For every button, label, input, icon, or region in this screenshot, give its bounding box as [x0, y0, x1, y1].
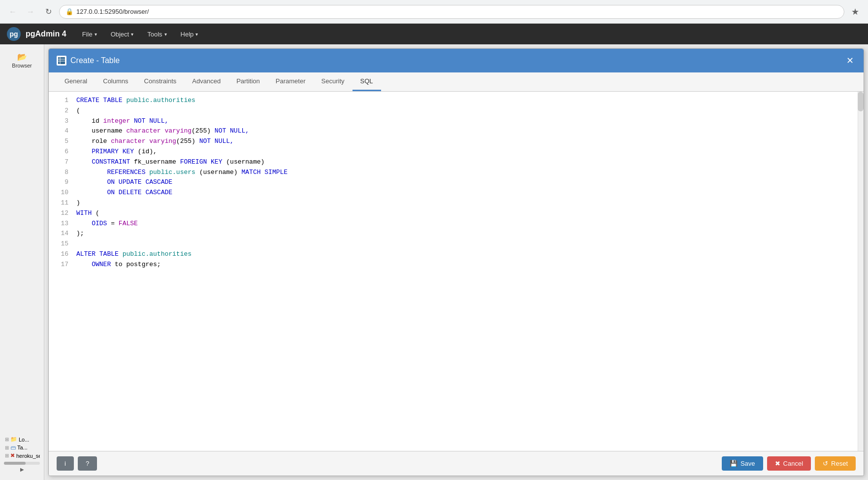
line-numbers: 1234567891011121314151617 [49, 96, 72, 270]
line-number: 4 [53, 126, 68, 137]
scrollbar-thumb [858, 92, 864, 111]
line-number: 1 [53, 96, 68, 106]
object-menu-arrow: ▾ [131, 32, 133, 37]
menu-object[interactable]: Object ▾ [105, 28, 140, 41]
reload-button[interactable]: ↻ [41, 5, 55, 19]
code-line: ON UPDATE CASCADE [76, 177, 860, 188]
dialog-title-text: Create - Table [70, 56, 120, 65]
file-menu-arrow: ▾ [95, 32, 97, 37]
code-line: ALTER TABLE public.authorities [76, 249, 860, 260]
code-line [76, 239, 860, 249]
sql-editor[interactable]: 1234567891011121314151617 CREATE TABLE p… [49, 92, 864, 451]
bookmark-star[interactable]: ★ [848, 5, 862, 19]
help-button[interactable]: ? [78, 456, 97, 471]
code-line: OIDS = FALSE [76, 219, 860, 229]
tree-item-ta[interactable]: ⊞ 🗃 Ta... [4, 444, 40, 451]
sidebar: 📂 Browser ⊞ 📁 Lo... ⊞ 🗃 Ta... ⊞ ✖ [0, 44, 44, 480]
help-menu-arrow: ▾ [195, 32, 198, 37]
line-number: 7 [53, 157, 68, 168]
expand-icon-ta: ⊞ [5, 445, 9, 450]
menu-file[interactable]: File ▾ [76, 28, 103, 41]
cancel-button[interactable]: ✖ Cancel [767, 456, 811, 471]
browser-label: Browser [12, 63, 32, 69]
question-icon: ? [86, 460, 89, 467]
tab-parameter[interactable]: Parameter [268, 72, 314, 91]
address-bar[interactable]: 🔒 127.0.0.1:52950/browser/ [59, 5, 844, 19]
footer-left-buttons: i ? [57, 456, 97, 471]
tree-item-heroku[interactable]: ⊞ ✖ heroku_server [4, 451, 40, 460]
reset-label: Reset [831, 460, 848, 467]
line-number: 12 [53, 208, 68, 219]
line-number: 17 [53, 260, 68, 270]
tools-menu-arrow: ▾ [164, 32, 167, 37]
code-line: OWNER to postgres; [76, 260, 860, 270]
tab-general[interactable]: General [57, 72, 95, 91]
tab-bar: General Columns Constraints Advanced Par… [49, 72, 864, 92]
code-line: CREATE TABLE public.authorities [76, 96, 860, 106]
line-number: 8 [53, 168, 68, 178]
menu-tools[interactable]: Tools ▾ [141, 28, 172, 41]
forward-button[interactable]: → [24, 5, 37, 19]
lo-label: Lo... [19, 437, 29, 443]
browser-sidebar-item[interactable]: 📂 Browser [0, 48, 44, 72]
heroku-icon: ✖ [10, 452, 15, 459]
heroku-label: heroku_server [16, 453, 40, 459]
line-number: 16 [53, 249, 68, 260]
content-area: Create - Table ✕ General Columns Constra… [44, 44, 868, 480]
save-icon: 💾 [730, 460, 738, 467]
line-number: 5 [53, 137, 68, 147]
code-area: 1234567891011121314151617 CREATE TABLE p… [49, 96, 864, 270]
tab-sql[interactable]: SQL [353, 72, 381, 91]
line-number: 13 [53, 219, 68, 229]
lo-folder-icon: 📁 [10, 436, 17, 443]
code-line: username character varying(255) NOT NULL… [76, 126, 860, 137]
main-layout: 📂 Browser ⊞ 📁 Lo... ⊞ 🗃 Ta... ⊞ ✖ [0, 44, 868, 480]
tab-advanced[interactable]: Advanced [184, 72, 228, 91]
dialog-footer: i ? 💾 Save ✖ Cancel ↺ [49, 451, 864, 476]
tab-security[interactable]: Security [314, 72, 353, 91]
tab-columns[interactable]: Columns [95, 72, 136, 91]
code-lines: CREATE TABLE public.authorities( id inte… [72, 96, 864, 270]
table-icon [57, 56, 66, 66]
tree-scrollbar[interactable] [4, 462, 40, 465]
cancel-label: Cancel [783, 460, 803, 467]
line-number: 6 [53, 147, 68, 157]
code-line: WITH ( [76, 208, 860, 219]
line-number: 10 [53, 188, 68, 198]
info-button[interactable]: i [57, 456, 74, 471]
menu-help[interactable]: Help ▾ [175, 28, 204, 41]
browser-chrome: ← → ↻ 🔒 127.0.0.1:52950/browser/ ★ [0, 0, 868, 24]
line-number: 11 [53, 198, 68, 208]
code-line: ) [76, 198, 860, 208]
code-line: REFERENCES public.users (username) MATCH… [76, 168, 860, 178]
tab-constraints[interactable]: Constraints [136, 72, 185, 91]
dialog-close-button[interactable]: ✕ [844, 55, 856, 67]
svg-rect-2 [58, 57, 65, 64]
code-line: ( [76, 106, 860, 116]
expand-icon-lo: ⊞ [5, 437, 9, 442]
dialog-title: Create - Table [57, 56, 120, 66]
pgadmin-logo-icon: pg [6, 26, 22, 42]
ta-label: Ta... [17, 445, 28, 450]
save-button[interactable]: 💾 Save [722, 456, 763, 471]
tab-partition[interactable]: Partition [228, 72, 268, 91]
code-line: PRIMARY KEY (id), [76, 147, 860, 157]
line-number: 2 [53, 106, 68, 116]
back-button[interactable]: ← [6, 5, 20, 19]
browser-tree: ⊞ 📁 Lo... ⊞ 🗃 Ta... ⊞ ✖ heroku_server [2, 433, 42, 474]
app-name: pgAdmin 4 [26, 30, 66, 38]
footer-right-buttons: 💾 Save ✖ Cancel ↺ Reset [722, 456, 856, 471]
reset-button[interactable]: ↺ Reset [815, 456, 856, 471]
tree-item-lo[interactable]: ⊞ 📁 Lo... [4, 435, 40, 444]
browser-icon: 📂 [17, 52, 27, 62]
ta-table-icon: 🗃 [10, 445, 16, 450]
expand-icon-heroku: ⊞ [5, 453, 9, 458]
line-number: 9 [53, 177, 68, 188]
code-line: ); [76, 229, 860, 239]
save-label: Save [740, 460, 755, 467]
dialog-header: Create - Table ✕ [49, 49, 864, 72]
pgadmin-logo: pg pgAdmin 4 [6, 26, 66, 42]
line-number: 15 [53, 239, 68, 249]
vertical-scrollbar[interactable] [858, 92, 864, 451]
scroll-arrow: ▶ [4, 467, 40, 472]
